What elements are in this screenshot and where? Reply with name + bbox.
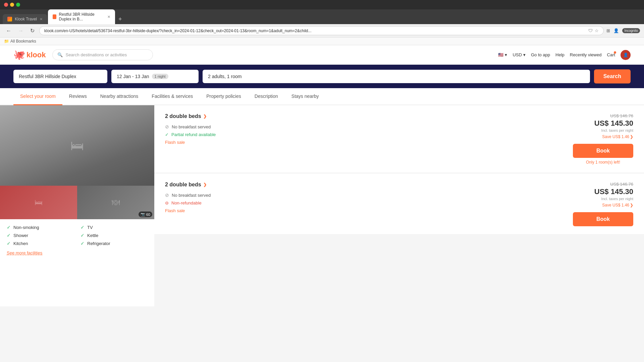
thumbnail-1[interactable]: 🛏 [0,186,77,219]
reload-button[interactable]: ↻ [28,26,37,35]
check-icon-kitchen: ✓ [7,241,11,246]
check-icon-shower: ✓ [7,233,11,238]
tab-description[interactable]: Description [248,88,285,105]
room-thumbnails: 🛏 🍽 📷 60 [0,186,154,219]
help-link[interactable]: Help [555,52,565,57]
currency-selector[interactable]: USD ▾ [513,52,525,57]
browser-toolbar-right: ⊞ 👤 Incognito [606,28,640,33]
facility-kettle: ✓ Kettle [80,233,148,238]
room-2-save-label: Save US$ 1.46 [602,203,629,207]
destination-input[interactable] [13,70,107,83]
facility-non-smoking: ✓ Non-smoking [7,225,74,230]
room-images-panel: 🛏 🛏 🍽 📷 60 [0,105,154,306]
room-option-1: 2 double beds ❯ ⊘ No breakfast served ✓ … [154,105,644,173]
nights-badge: 1 night [152,74,168,79]
language-selector[interactable]: 🇺🇸 ▾ [498,52,507,57]
tab-facilities-services[interactable]: Facilities & services [145,88,200,105]
tab-policies-label: Property policies [206,94,241,99]
room-1-bed-type[interactable]: 2 double beds ❯ [165,113,566,119]
profile-icon[interactable]: 👤 [613,28,619,33]
facility-non-smoking-label: Non-smoking [13,225,39,230]
close-window-button[interactable] [4,3,8,7]
non-refund-icon: ⊖ [165,200,169,205]
tab-favicon-2 [53,14,56,19]
room-1-original-price: US$ 146.76 [573,113,633,118]
no-breakfast-icon: ⊘ [165,124,169,129]
photo-count-number: 60 [146,213,150,217]
room-2-breakfast: ⊘ No breakfast served [165,192,566,198]
url-bar[interactable]: klook.com/en-US/hotels/detail/536734-res… [39,26,604,35]
main-content: 🛏 🛏 🍽 📷 60 [0,105,644,306]
window-controls [4,3,20,7]
tab-close-button[interactable]: ✕ [40,17,43,21]
facility-refrigerator-label: Refrigerator [87,241,110,246]
guests-input[interactable] [203,70,590,83]
photo-count-badge: 📷 60 [139,212,152,217]
avatar-icon: 👤 [623,53,628,57]
dates-text: 12 Jan - 13 Jan [117,74,149,79]
booking-search-bar: 12 Jan - 13 Jan 1 night Search [0,65,644,88]
room-1-flash-sale: Flash sale [165,140,566,145]
currency-chevron-icon: ▾ [523,52,526,57]
tab-stays-nearby[interactable]: Stays nearby [285,88,326,105]
room-2-original-price: US$ 146.76 [573,182,633,187]
room-2-bed-type[interactable]: 2 double beds ❯ [165,182,566,188]
extensions-icon[interactable]: ⊞ [606,28,610,33]
room-1-save-label: Save US$ 1.46 [602,134,629,139]
room-1-details: 2 double beds ❯ ⊘ No breakfast served ✓ … [165,113,566,145]
tab-select-room[interactable]: Select your room [13,88,62,105]
cart-button[interactable]: Cart [607,52,615,57]
klook-website: 🐙 klook 🔍 Search destinations or activit… [0,45,644,306]
header-search-box[interactable]: 🔍 Search destinations or activities [52,49,153,60]
recently-viewed-link[interactable]: Recently viewed [570,52,602,57]
thumbnail-2[interactable]: 🍽 📷 60 [77,186,154,219]
room-1-breakfast: ⊘ No breakfast served [165,124,566,129]
room-1-save-amount[interactable]: Save US$ 1.46 ❯ [573,134,633,139]
room-1-rooms-left: Only 1 room(s) left! [573,160,633,165]
tab-favicon [7,17,12,21]
tab-hillside-duplex[interactable]: Restful 3BR Hillside Duplex in B... ✕ [48,9,115,24]
search-button[interactable]: Search [594,69,631,83]
room-1-breakfast-label: No breakfast served [172,124,211,129]
camera-icon: 📷 [141,212,145,217]
tab-klook-travel[interactable]: Klook Travel ✕ [3,14,47,24]
user-avatar[interactable]: 👤 [621,50,631,60]
check-icon-non-smoking: ✓ [7,225,11,230]
facilities-grid: ✓ Non-smoking ✓ TV ✓ Shower ✓ [7,225,148,246]
room-2-bed-label: 2 double beds [165,182,201,188]
room-1-book-button[interactable]: Book [573,144,633,158]
back-button[interactable]: ← [4,26,13,35]
tab-description-label: Description [255,94,278,99]
tab-nearby-attractions[interactable]: Nearby attractions [94,88,145,105]
refund-check-icon: ✓ [165,132,169,137]
dates-input[interactable]: 12 Jan - 13 Jan 1 night [111,70,199,83]
room-2-save-amount[interactable]: Save US$ 1.46 ❯ [573,203,633,207]
tab-property-policies[interactable]: Property policies [200,88,248,105]
facility-kettle-label: Kettle [87,233,98,238]
go-to-app-link[interactable]: Go to app [531,52,550,57]
room-2-breakfast-label: No breakfast served [172,193,211,198]
tab-nearby-label: Nearby attractions [100,94,139,99]
maximize-window-button[interactable] [16,3,20,7]
new-tab-button[interactable]: + [116,14,125,24]
tab-close-button-2[interactable]: ✕ [107,15,110,19]
thumbnail-2-icon: 🍽 [112,198,120,207]
forward-button[interactable]: → [16,26,25,35]
bed-type-arrow-icon: ❯ [203,114,207,119]
browser-titlebar [0,0,644,9]
facility-shower-label: Shower [13,233,28,238]
minimize-window-button[interactable] [10,3,14,7]
tab-facilities-label: Facilities & services [152,94,193,99]
browser-window: Klook Travel ✕ Restful 3BR Hillside Dupl… [0,0,644,306]
tab-select-room-label: Select your room [20,94,56,99]
check-icon-tv: ✓ [80,225,85,230]
tab-stays-nearby-label: Stays nearby [291,94,319,99]
room-1-price-section: US$ 146.76 US$ 145.30 Incl. taxes per ni… [573,113,633,165]
klook-logo[interactable]: 🐙 klook [13,49,46,60]
see-more-facilities-link[interactable]: See more facilities [7,250,42,255]
room-2-book-button[interactable]: Book [573,212,633,226]
tab-reviews[interactable]: Reviews [62,88,94,105]
tab-title: Klook Travel [15,17,37,21]
room-2-current-price: US$ 145.30 [573,187,633,196]
address-bar-row: ← → ↻ klook.com/en-US/hotels/detail/5367… [0,24,644,38]
